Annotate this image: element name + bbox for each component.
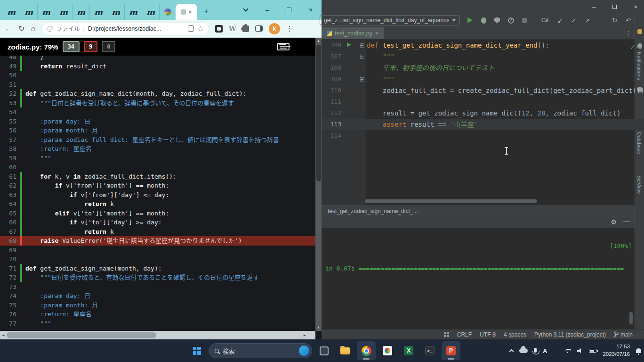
scroll-up-icon[interactable]: ▴ — [315, 38, 322, 44]
browser-tab-m[interactable]: m — [20, 4, 38, 20]
run-configuration-select[interactable]: get_z...iac_sign_name_dict_first_day_of_… — [320, 15, 460, 25]
address-bar[interactable]: ⓘ ファイル | D:/projects/lessons/zodiac... ☆ — [41, 22, 209, 35]
terminal-button[interactable]: >_ — [420, 341, 439, 360]
editor-tab-test-zodiac[interactable]: test_zodiac.py × — [322, 27, 384, 39]
powerpoint-button[interactable]: P — [442, 341, 460, 360]
status-interpreter[interactable]: Python 3.11 (zodiac_project) — [534, 331, 606, 338]
panel-hide-icon[interactable]: — — [623, 217, 630, 225]
run-button[interactable] — [466, 16, 474, 25]
browser-vertical-scrollbar[interactable]: ▴ ▾ — [315, 38, 322, 331]
run-with-coverage-button[interactable] — [493, 16, 501, 25]
editor-line[interactable]: 110 zodiac_full_dict = create_zodiac_ful… — [322, 85, 644, 96]
clock-widget[interactable]: 17:53 2023/07/16 — [603, 343, 630, 358]
horizontal-scroll-thumb[interactable] — [7, 332, 156, 338]
coverage-excluded-count[interactable]: 0 — [102, 41, 115, 52]
coverage-run-count[interactable]: 34 — [63, 41, 80, 52]
browser-minimize-button[interactable]: – — [257, 0, 278, 20]
scroll-left-icon[interactable]: ◂ — [0, 331, 7, 339]
status-line-ending[interactable]: CRLF — [457, 331, 472, 338]
scroll-down-icon[interactable]: ▾ — [315, 324, 322, 331]
browser-tab-m[interactable]: m — [90, 4, 107, 20]
vertical-scroll-thumb[interactable] — [316, 45, 321, 181]
microphone-icon[interactable] — [534, 348, 537, 353]
fold-marker-icon[interactable] — [360, 43, 364, 48]
editor-line[interactable]: 114 — [322, 130, 644, 141]
keyboard-shortcuts-icon[interactable] — [277, 43, 290, 50]
pycharm-maximize-button[interactable] — [612, 5, 617, 9]
tray-overflow-icon[interactable] — [509, 349, 514, 354]
notification-bell-icon[interactable] — [636, 348, 641, 353]
browser-close-button[interactable]: × — [300, 0, 322, 20]
history-button[interactable]: ↻ — [611, 16, 619, 25]
panel-settings-icon[interactable]: ⚙ — [611, 218, 617, 226]
browser-menu-icon[interactable]: ⋮ — [286, 25, 293, 33]
editor-line[interactable]: 108 年末、射手座の後の日についてテスト — [322, 62, 644, 74]
task-view-button[interactable] — [314, 341, 333, 360]
battery-icon[interactable] — [589, 349, 596, 353]
undo-button[interactable]: ↶ — [625, 16, 632, 25]
git-update-button[interactable]: ↙ — [556, 16, 564, 25]
editor-line[interactable]: 107 """ — [322, 51, 644, 62]
start-button[interactable] — [187, 341, 206, 360]
reload-icon[interactable]: ↻ — [18, 24, 24, 33]
pycharm-minimize-button[interactable]: – — [592, 3, 596, 10]
photos-button[interactable] — [378, 341, 397, 360]
back-icon[interactable]: ← — [5, 25, 12, 33]
address-url[interactable]: D:/projects/lessons/zodiac... — [88, 25, 185, 32]
git-push-button[interactable]: ↗ — [584, 16, 591, 25]
status-indent[interactable]: 4 spaces — [504, 331, 526, 338]
network-icon[interactable] — [564, 348, 571, 353]
code-editor[interactable]: 106def test_get_zodiac_sign_name_dict_ye… — [322, 40, 644, 206]
bookmark-star-icon[interactable]: ☆ — [197, 25, 203, 33]
site-info-icon[interactable]: ⓘ — [47, 24, 53, 33]
browser-tab-active[interactable]: × — [176, 4, 197, 20]
tab-options-icon[interactable]: ⋮ — [625, 27, 632, 39]
browser-tab-m[interactable]: m — [142, 4, 160, 20]
volume-icon[interactable] — [577, 348, 583, 353]
editor-line[interactable]: 111 — [322, 96, 644, 107]
editor-line[interactable]: 112 result = get_zodiac_sign_name_dict(1… — [322, 107, 644, 119]
browser-tab-m[interactable]: m — [55, 4, 72, 20]
editor-line[interactable]: 106def test_get_zodiac_sign_name_dict_ye… — [322, 40, 644, 51]
file-explorer-button[interactable] — [336, 341, 354, 360]
onedrive-icon[interactable] — [519, 348, 528, 353]
editor-line[interactable]: 109 """ — [322, 74, 644, 85]
browser-tab-m[interactable]: m — [125, 4, 142, 20]
inspections-ok-icon[interactable]: ✓ — [629, 41, 636, 53]
chrome-button[interactable] — [357, 341, 376, 360]
console-scroll-thumb[interactable] — [629, 312, 633, 324]
run-test-gutter-icon[interactable] — [347, 42, 351, 47]
browser-tab-m[interactable]: m — [3, 4, 20, 20]
profile-avatar[interactable]: k — [269, 23, 280, 34]
extension-icon-1[interactable] — [215, 25, 223, 33]
breadcrumb[interactable]: test_get_zodiac_sign_name_dict_... — [322, 206, 644, 216]
ime-mode-indicator[interactable]: A — [543, 347, 547, 354]
git-commit-button[interactable]: ✓ — [570, 16, 578, 25]
browser-tab-m[interactable]: m — [107, 4, 125, 20]
browser-horizontal-scrollbar[interactable]: ◂ ▸ — [0, 331, 315, 339]
extensions-puzzle-icon[interactable] — [242, 25, 249, 32]
editor-horizontal-scroll-thumb[interactable] — [365, 199, 537, 203]
browser-maximize-button[interactable] — [278, 0, 300, 20]
excel-button[interactable]: X — [399, 341, 418, 360]
editor-line[interactable]: 113 assert result == '山羊座' — [322, 119, 644, 130]
close-tab-icon[interactable]: × — [375, 30, 378, 37]
fold-marker-icon[interactable] — [360, 77, 364, 82]
scroll-right-icon[interactable]: ▸ — [301, 331, 308, 339]
tab-search-button[interactable] — [235, 0, 257, 20]
page-action-icon[interactable] — [188, 25, 194, 32]
home-icon[interactable]: ⌂ — [31, 25, 35, 33]
side-panel-icon[interactable] — [255, 25, 263, 32]
tool-window-sciview[interactable]: SciView — [636, 175, 642, 194]
coverage-missing-count[interactable]: 9 — [84, 41, 97, 52]
close-tab-icon[interactable]: × — [188, 9, 192, 15]
new-tab-button[interactable]: + — [200, 5, 212, 17]
extension-icon-2[interactable]: W — [229, 25, 236, 33]
taskbar-search[interactable]: 検索 — [209, 343, 312, 358]
status-encoding[interactable]: UTF-8 — [480, 331, 496, 338]
profiler-button[interactable] — [507, 16, 515, 25]
test-console[interactable]: [100%] in 0.07s ========================… — [322, 228, 644, 329]
browser-tab-m[interactable]: m — [38, 4, 55, 20]
pycharm-close-button[interactable]: × — [634, 3, 637, 10]
browser-tab-matplotlib[interactable] — [160, 4, 176, 20]
